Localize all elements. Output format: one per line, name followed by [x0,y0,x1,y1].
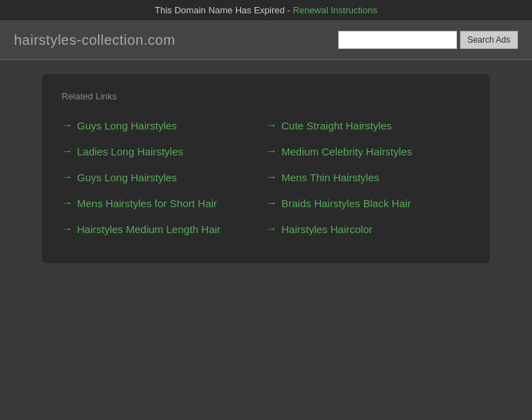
list-item: →Mens Hairstyles for Short Hair [62,190,266,216]
link-mens-thin[interactable]: Mens Thin Hairstyles [281,170,379,185]
related-links-label: Related Links [62,91,470,102]
site-title: hairstyles-collection.com [14,32,175,48]
link-hairstyles-medium[interactable]: Hairstyles Medium Length Hair [77,222,220,237]
list-item: →Hairstyles Haircolor [266,216,470,242]
header: hairstyles-collection.com Search Ads [0,21,532,60]
arrow-icon: → [266,197,277,209]
arrow-icon: → [62,171,73,183]
renewal-instructions-link[interactable]: Renewal Instructions [293,5,377,15]
list-item: →Ladies Long Hairstyles [62,139,266,164]
link-cute-straight[interactable]: Cute Straight Hairstyles [281,118,392,133]
list-item: →Mens Thin Hairstyles [266,164,470,190]
links-card: Related Links →Guys Long Hairstyles→Cute… [42,74,490,263]
list-item: →Medium Celebrity Hairstyles [266,139,470,164]
arrow-icon: → [266,145,277,158]
list-item: →Braids Hairstyles Black Hair [266,190,470,216]
link-hairstyles-haircolor[interactable]: Hairstyles Haircolor [281,222,372,237]
link-mens-short[interactable]: Mens Hairstyles for Short Hair [77,196,217,211]
search-area: Search Ads [338,31,518,49]
top-banner: This Domain Name Has Expired - Renewal I… [0,0,532,21]
arrow-icon: → [266,223,277,235]
links-grid: →Guys Long Hairstyles→Cute Straight Hair… [62,113,470,242]
link-ladies-long[interactable]: Ladies Long Hairstyles [77,144,183,159]
list-item: →Hairstyles Medium Length Hair [62,216,266,242]
list-item: →Guys Long Hairstyles [62,113,266,139]
link-guys-long-2[interactable]: Guys Long Hairstyles [77,170,177,185]
list-item: →Cute Straight Hairstyles [266,113,470,139]
arrow-icon: → [266,171,277,183]
link-braids-black[interactable]: Braids Hairstyles Black Hair [281,196,411,211]
search-input[interactable] [338,31,457,49]
arrow-icon: → [62,223,73,235]
list-item: →Guys Long Hairstyles [62,164,266,190]
link-guys-long-1[interactable]: Guys Long Hairstyles [77,118,177,133]
search-button[interactable]: Search Ads [460,31,518,49]
banner-text: This Domain Name Has Expired - [155,5,293,15]
arrow-icon: → [266,119,277,132]
arrow-icon: → [62,197,73,209]
arrow-icon: → [62,119,73,132]
main-content: Related Links →Guys Long Hairstyles→Cute… [0,60,532,277]
arrow-icon: → [62,145,73,158]
link-medium-celebrity[interactable]: Medium Celebrity Hairstyles [281,144,412,159]
